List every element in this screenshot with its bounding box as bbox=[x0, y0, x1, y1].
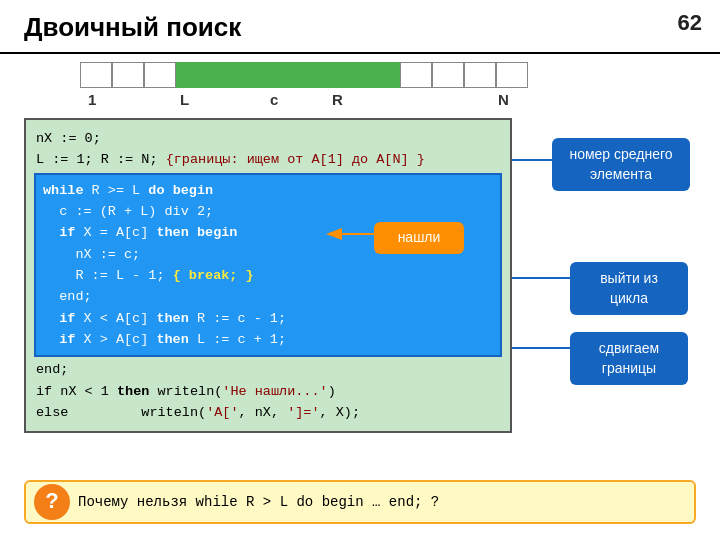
cell-11 bbox=[400, 62, 432, 88]
array-cells bbox=[80, 62, 528, 88]
cell-8 bbox=[304, 62, 336, 88]
code-block: nX := 0; L := 1; R := N; {границы: ищем … bbox=[24, 118, 512, 433]
cell-6 bbox=[240, 62, 272, 88]
code-line-10: if X > A[c] then L := c + 1; bbox=[43, 329, 493, 350]
question-text: Почему нельзя while R > L do begin … end… bbox=[78, 494, 439, 510]
array-label-N: N bbox=[498, 91, 509, 108]
array-label-1: 1 bbox=[88, 91, 96, 108]
array-visualization: 1 L c R N bbox=[80, 62, 528, 113]
cell-4 bbox=[176, 62, 208, 88]
array-label-L: L bbox=[180, 91, 189, 108]
question-icon: ? bbox=[34, 484, 70, 520]
cell-12 bbox=[432, 62, 464, 88]
bubble-sdvig: сдвигаем границы bbox=[570, 332, 688, 385]
cell-10 bbox=[368, 62, 400, 88]
cell-2 bbox=[112, 62, 144, 88]
bubble-nashli: нашли bbox=[374, 222, 464, 254]
bubble-vyjti: выйти из цикла bbox=[570, 262, 688, 315]
cell-5 bbox=[208, 62, 240, 88]
question-block: ? Почему нельзя while R > L do begin … e… bbox=[24, 480, 696, 524]
page-number: 62 bbox=[678, 10, 702, 36]
cell-3 bbox=[144, 62, 176, 88]
code-line-7: R := L - 1; { break; } bbox=[43, 265, 493, 286]
cell-9 bbox=[336, 62, 368, 88]
cell-7 bbox=[272, 62, 304, 88]
code-line-11: end; bbox=[36, 359, 500, 380]
array-label-R: R bbox=[332, 91, 343, 108]
while-loop-block: while R >= L do begin c := (R + L) div 2… bbox=[34, 173, 502, 358]
cell-13 bbox=[464, 62, 496, 88]
page-title: Двоичный поиск bbox=[24, 12, 241, 43]
code-line-13: else writeln('A[', nX, ']=', X); bbox=[36, 402, 500, 423]
cell-1 bbox=[80, 62, 112, 88]
code-line-3: while R >= L do begin bbox=[43, 180, 493, 201]
code-line-12: if nX < 1 then writeln('Не нашли...') bbox=[36, 381, 500, 402]
code-line-4: c := (R + L) div 2; bbox=[43, 201, 493, 222]
code-line-2: L := 1; R := N; {границы: ищем от A[1] д… bbox=[36, 149, 500, 170]
cell-14 bbox=[496, 62, 528, 88]
code-line-8: end; bbox=[43, 286, 493, 307]
bubble-nomer: номер среднего элемента bbox=[552, 138, 690, 191]
array-label-c: c bbox=[270, 91, 278, 108]
code-line-9: if X < A[c] then R := c - 1; bbox=[43, 308, 493, 329]
code-line-1: nX := 0; bbox=[36, 128, 500, 149]
title-underline bbox=[0, 52, 720, 54]
